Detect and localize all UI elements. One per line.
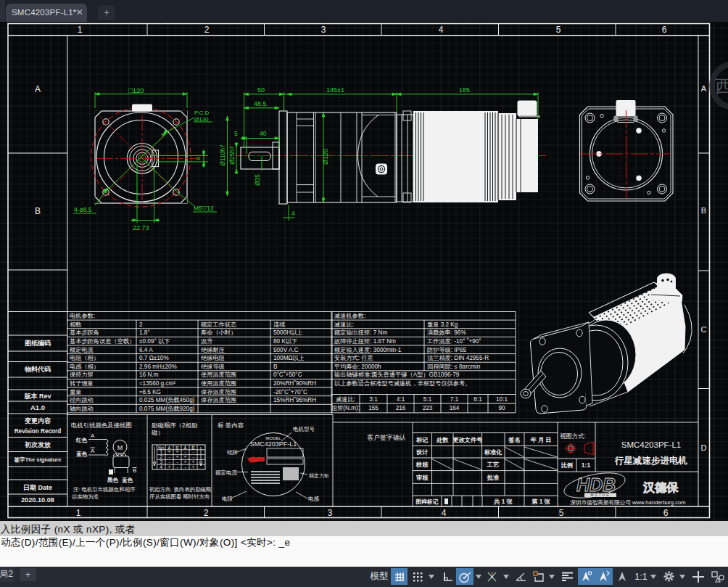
svg-text:155: 155	[368, 405, 379, 411]
svg-text:寿命（小时）: 寿命（小时）	[200, 329, 236, 336]
svg-text:0.7 Ω±10%: 0.7 Ω±10%	[139, 355, 169, 361]
svg-text:B: B	[273, 364, 278, 370]
svg-text:0°C˜+50°C: 0°C˜+50°C	[273, 372, 302, 378]
svg-text:年 月 日: 年 月 日	[529, 437, 551, 443]
svg-text:满载效率: 96%: 满载效率: 96%	[427, 329, 466, 336]
svg-text:标 签内容: 标 签内容	[218, 422, 244, 429]
svg-text:□120: □120	[128, 86, 144, 94]
svg-text:电机参数:: 电机参数:	[70, 313, 95, 319]
svg-text:4-ø8.5: 4-ø8.5	[74, 206, 92, 213]
svg-text:2.96 mH±20%: 2.96 mH±20%	[139, 364, 177, 370]
svg-text:重量 3.2 Kg: 重量 3.2 Kg	[427, 321, 458, 328]
svg-text:SMC4203PF-L1: SMC4203PF-L1	[250, 440, 297, 448]
svg-text:西: 西	[715, 76, 728, 96]
svg-text:A1.0: A1.0	[30, 403, 45, 411]
svg-text:5: 5	[559, 508, 564, 518]
svg-text:安装方式: 任意: 安装方式: 任意	[334, 355, 373, 361]
svg-text:减速比:: 减速比:	[334, 321, 354, 328]
svg-text:15%RH˜95%RH: 15%RH˜95%RH	[273, 397, 316, 403]
svg-text:更改文件号: 更改文件号	[452, 436, 483, 443]
svg-text:2: 2	[139, 321, 143, 328]
svg-text:签字The signature: 签字The signature	[14, 456, 62, 463]
svg-text:A: A	[35, 84, 41, 94]
svg-text:处数: 处数	[436, 437, 449, 443]
svg-text:3:1: 3:1	[369, 396, 378, 403]
svg-text:物料代码: 物料代码	[24, 366, 51, 373]
svg-text:MODEL: MODEL	[265, 436, 281, 440]
svg-text:-: -	[176, 464, 178, 469]
svg-text:5:1: 5:1	[423, 396, 432, 403]
svg-text:共 1 张: 共 1 张	[493, 498, 513, 505]
svg-text:B: B	[701, 206, 706, 215]
svg-text:8: 8	[195, 157, 202, 160]
svg-text:5: 5	[234, 130, 238, 137]
svg-text:额定电流: 额定电流	[69, 347, 94, 353]
svg-text:保存温度范围: 保存温度范围	[201, 389, 236, 395]
svg-text:2: 2	[204, 508, 209, 518]
svg-text:法兰精度: DIN 42955-R: 法兰精度: DIN 42955-R	[427, 355, 489, 361]
svg-text:以上参数适合标准型号减速机，非标型号仅供参考。: 以上参数适合标准型号减速机，非标型号仅供参考。	[334, 380, 471, 387]
svg-text:-20°C˜+70°C: -20°C˜+70°C	[273, 389, 307, 395]
svg-text:电机引线颜色及接线图: 电机引线颜色及接线图	[71, 422, 132, 429]
svg-text:故障停止扭矩: 1.6T Nm: 故障停止扭矩: 1.6T Nm	[334, 338, 396, 345]
svg-text:径向跳动: 径向跳动	[69, 397, 94, 403]
svg-text:1.8°: 1.8°	[139, 329, 150, 336]
svg-text:Ø130: Ø130	[194, 116, 209, 123]
svg-text:红色: 红色	[75, 437, 88, 443]
svg-text:设计: 设计	[415, 449, 429, 456]
svg-text:初始方向. 换向表的励磁顺: 初始方向. 换向表的励磁顺	[149, 486, 212, 493]
svg-text:B: B	[133, 467, 136, 474]
svg-text:145±1: 145±1	[326, 86, 344, 94]
svg-text:变更内容: 变更内容	[24, 416, 51, 424]
svg-text:3: 3	[321, 25, 326, 35]
svg-text:初次发放: 初次发放	[24, 441, 51, 448]
svg-text:平均寿命: 20000h: 平均寿命: 20000h	[334, 364, 381, 370]
svg-text:版本 Rev: 版本 Rev	[23, 393, 51, 400]
svg-text:减速机参数:: 减速机参数:	[334, 313, 365, 319]
svg-text:±0.09° 以下: ±0.09° 以下	[139, 338, 170, 345]
svg-text:216: 216	[396, 405, 406, 411]
svg-text:额定工作状态: 额定工作状态	[200, 321, 236, 328]
svg-text:基本步距角: 基本步距角	[70, 329, 99, 336]
svg-text:M5▽12: M5▽12	[194, 205, 214, 212]
svg-text:40: 40	[260, 130, 267, 137]
svg-text:批准: 批准	[487, 475, 500, 481]
svg-text:额定输入速度: 3000min-1: 额定输入速度: 3000min-1	[334, 347, 402, 353]
svg-text:电机型号: 电机型号	[293, 426, 315, 432]
svg-text:1: 1	[78, 25, 83, 35]
svg-text:4: 4	[439, 25, 444, 35]
svg-text:额定力矩: 额定力矩	[309, 473, 329, 479]
svg-text:签名: 签名	[508, 437, 520, 443]
svg-text:10:1: 10:1	[496, 396, 508, 403]
svg-text:基本步距角误差（空载）: 基本步距角误差（空载）	[70, 338, 135, 345]
svg-text:电阻: 电阻	[222, 496, 233, 502]
svg-text:审核: 审核	[416, 474, 429, 481]
svg-text:1: 1	[76, 508, 81, 518]
svg-text:连续: 连续	[273, 321, 285, 328]
svg-text:500V A.C: 500V A.C	[273, 347, 299, 353]
svg-text:6: 6	[663, 508, 669, 518]
svg-text:以实物为准: 以实物为准	[72, 493, 99, 500]
svg-text:铭牌: 铭牌	[226, 449, 238, 456]
svg-text:比例: 比例	[561, 462, 573, 469]
svg-text:D: D	[701, 443, 707, 452]
svg-text:≈8.5 KG: ≈8.5 KG	[139, 389, 161, 395]
svg-text:0.075 MM(负载920g): 0.075 MM(负载920g)	[139, 406, 195, 412]
svg-text:电感: 电感	[308, 496, 320, 502]
svg-text:A: A	[701, 84, 707, 93]
svg-text:校核: 校核	[415, 461, 429, 468]
svg-text:5000H以上: 5000H以上	[273, 329, 303, 336]
svg-text:视图方式:: 视图方式:	[560, 432, 586, 440]
svg-text:A: A	[91, 432, 95, 439]
svg-text:1:1: 1:1	[582, 461, 591, 469]
svg-text:工作温度: -10° ˜+90°: 工作温度: -10° ˜+90°	[427, 338, 481, 345]
svg-text:扭矩(N.m):: 扭矩(N.m):	[331, 405, 360, 411]
svg-text:MOTOR: MOTOR	[590, 493, 610, 497]
svg-text:4: 4	[442, 508, 447, 518]
svg-text:Ø120: Ø120	[322, 149, 329, 165]
svg-text:Ø35: Ø35	[254, 174, 261, 186]
svg-text:16 N.m: 16 N.m	[139, 372, 159, 378]
svg-text:黑色: 黑色	[107, 477, 119, 483]
svg-text:蓝色: 蓝色	[76, 451, 88, 457]
svg-text:164: 164	[450, 405, 460, 411]
